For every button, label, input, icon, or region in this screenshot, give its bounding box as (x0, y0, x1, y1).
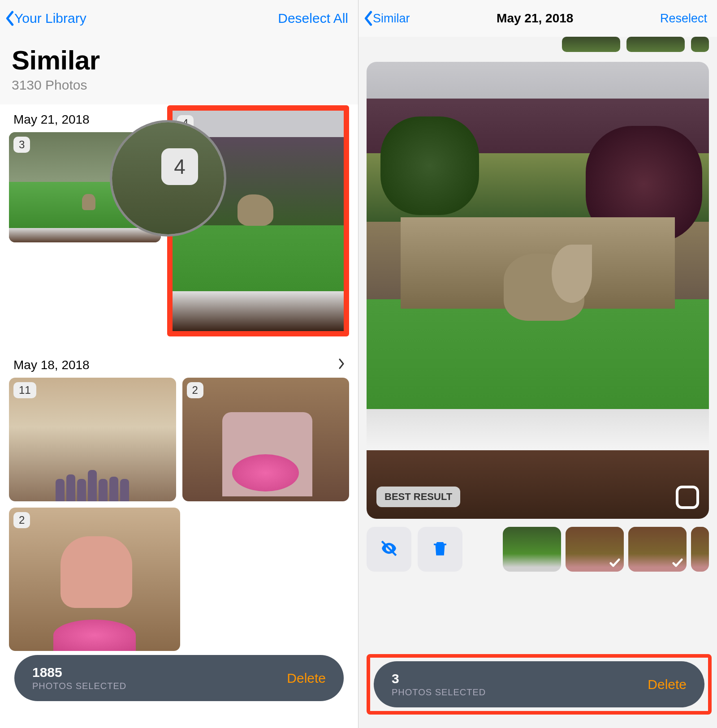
hero-header: Similar 3130 Photos (0, 37, 358, 104)
selected-label: PHOTOS SELECTED (392, 687, 486, 698)
count-badge: 2 (187, 382, 203, 398)
back-button[interactable]: Similar (364, 11, 410, 26)
variant-row (503, 527, 709, 572)
check-icon (671, 556, 684, 569)
deselect-all-button[interactable]: Deselect All (278, 11, 348, 26)
magnifier-overlay: 4 (110, 120, 226, 237)
mini-thumb[interactable] (691, 37, 709, 52)
nav-title: May 21, 2018 (497, 11, 573, 26)
mini-thumb[interactable] (562, 37, 620, 52)
trash-icon (431, 539, 449, 560)
action-row (358, 527, 717, 572)
photo-count: 3130 Photos (12, 78, 347, 101)
chevron-right-icon (338, 358, 345, 372)
variant-thumb[interactable] (566, 527, 624, 572)
selected-label: PHOTOS SELECTED (32, 681, 126, 691)
eye-slash-icon (380, 539, 398, 560)
photo-thumb[interactable]: 11 (9, 378, 176, 501)
delete-button[interactable]: Delete (287, 671, 326, 686)
chevron-left-icon (5, 11, 14, 26)
mini-thumb-row (358, 37, 717, 58)
delete-bar[interactable]: 1885 PHOTOS SELECTED Delete (14, 655, 344, 701)
trash-button[interactable] (418, 527, 462, 572)
section-header[interactable]: May 18, 2018 (0, 350, 358, 378)
selected-count: 3 (392, 671, 486, 686)
section-date: May 18, 2018 (13, 358, 90, 372)
magnified-count-badge: 4 (161, 148, 198, 185)
navbar: Your Library Deselect All (0, 0, 358, 37)
thumb-row: 11 2 (0, 378, 358, 501)
delete-button[interactable]: Delete (648, 677, 687, 692)
count-badge: 3 (13, 137, 30, 153)
thumb-row: 2 (0, 508, 358, 651)
screen-similar-list: Your Library Deselect All Similar 3130 P… (0, 0, 358, 728)
select-checkbox[interactable] (676, 486, 699, 509)
selected-count: 1885 (32, 665, 126, 680)
page-title: Similar (12, 45, 347, 76)
delete-bar[interactable]: 3 PHOTOS SELECTED Delete (374, 661, 704, 707)
section-date: May 21, 2018 (13, 112, 90, 127)
count-badge: 2 (13, 512, 30, 528)
check-icon (609, 556, 621, 569)
variant-thumb[interactable] (503, 527, 561, 572)
back-label: Similar (373, 12, 410, 26)
navbar: Similar May 21, 2018 Reselect (358, 0, 717, 37)
back-button[interactable]: Your Library (5, 11, 86, 26)
photo-thumb[interactable]: 2 (182, 378, 350, 501)
photo-thumb[interactable]: 2 (9, 508, 180, 651)
variant-thumb[interactable] (691, 527, 709, 572)
count-badge: 11 (13, 382, 36, 398)
variant-thumb[interactable] (628, 527, 687, 572)
reselect-button[interactable]: Reselect (660, 12, 707, 26)
screen-photo-detail: Similar May 21, 2018 Reselect BEST RESUL… (358, 0, 717, 728)
best-result-badge: BEST RESULT (376, 487, 460, 507)
mini-thumb[interactable] (626, 37, 685, 52)
back-label: Your Library (14, 11, 86, 26)
highlighted-delete-region: 3 PHOTOS SELECTED Delete (367, 654, 712, 715)
chevron-left-icon (364, 11, 373, 26)
hide-button[interactable] (367, 527, 411, 572)
main-photo[interactable]: BEST RESULT (367, 62, 709, 519)
